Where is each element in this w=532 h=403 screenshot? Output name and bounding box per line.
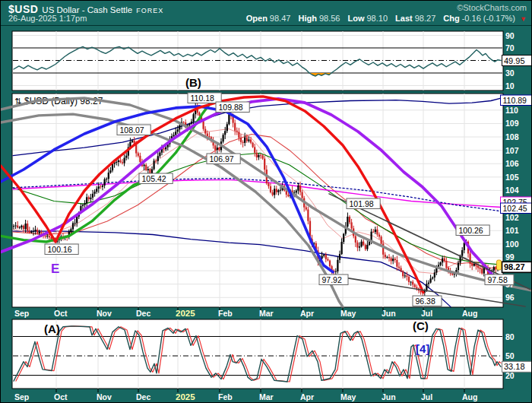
candle-body [188,124,190,125]
price-callout-value: 101.98 [350,199,374,208]
candle-body [236,131,238,132]
candle-body [274,189,275,195]
candle-body [250,140,252,143]
candle-body [262,155,264,158]
candle-body [337,260,338,271]
candle-body [351,222,353,228]
candle-body [223,135,224,141]
y-axis-label: 10 [505,81,515,90]
copyright: ©StockCharts.com [457,3,527,12]
candle-body [131,141,133,142]
candle-body [40,232,42,233]
x-axis-label: Dec [136,392,150,401]
wave-label: (B) [185,76,201,89]
x-axis-label: Nov [97,392,112,401]
candle-body [21,226,22,227]
candle-body [27,224,28,231]
wave-label: (A) [44,322,60,335]
x-axis-label: Mar [259,309,274,318]
candle-body [464,243,465,250]
candle-body [155,160,157,161]
candle-body [112,163,113,170]
candle-body [296,191,297,193]
candle-body [86,197,87,203]
candle-body [335,271,337,272]
x-axis-label: Sep [14,309,29,318]
y-axis-label: 102 [505,213,519,222]
candle-body [23,226,24,230]
price-callout: 97.92 [319,274,348,285]
candle-body [191,122,192,124]
candle-body [254,147,255,152]
y-axis-label: 100 [505,240,519,249]
candle-body [134,141,135,144]
x-axis-strip: SepOctNovDec2025FebMarAprMayJunJulAug [14,307,477,318]
candle-body [104,179,106,186]
candle-body [329,261,331,267]
axis-value: 102.45 [503,204,527,213]
y-axis-label: 104 [505,186,519,195]
price-callout-value: 97.92 [322,275,342,284]
candle-body [372,232,374,233]
candle-body [440,262,442,265]
candle-body [102,186,103,187]
wave-label: [4] [416,342,429,355]
candle-body [356,243,358,248]
candle-body [410,282,412,283]
candle-body [381,236,382,243]
candle-body [147,169,149,170]
price-callout-value: 108.07 [120,125,144,135]
candle-body [252,143,254,148]
candle-body [470,253,471,264]
candle-body [248,140,249,141]
candle-body [376,230,378,235]
candle-body [493,267,495,271]
candle-body [149,169,150,173]
candle-body [224,131,226,135]
candle-body [98,186,100,189]
price-callout-value: 97.58 [488,275,508,284]
y-axis-label: 107 [505,146,519,155]
candle-body [361,242,363,247]
x-axis-label: Jul [421,309,432,318]
candle-body [325,255,327,259]
candle-body [145,165,147,170]
x-axis-label: Apr [300,392,314,401]
price-callout-value: 100.26 [459,226,483,235]
candle-body [480,268,481,268]
price-callout-value: 96.38 [416,297,435,306]
candle-body [268,183,269,186]
candle-body [432,278,433,278]
y-axis-label: 109 [505,119,519,128]
candle-body [242,142,244,143]
candle-body [287,195,289,196]
chg-label: Chg [443,14,459,23]
candle-body [349,217,350,222]
candle-body [258,155,259,157]
candle-body [76,217,78,224]
candle-body [323,255,325,255]
price-callout-value: 106.97 [210,154,234,163]
candle-body [74,223,76,224]
x-axis-label: Jun [382,392,396,401]
candle-body [108,173,109,179]
quote-row: 26-Aug-2025 1:17pm Open98.47 High98.56 L… [8,14,528,24]
y-axis-label: 99 [505,252,515,262]
candle-body [144,165,145,167]
candle-body [72,223,74,229]
candle-body [139,156,141,162]
candle-body [234,123,236,131]
candle-body [408,277,410,282]
candle-body [25,224,27,229]
candle-body [398,267,400,268]
candle-body [183,122,185,123]
axis-value: 110.89 [503,96,527,105]
candle-body [385,255,386,258]
candle-body [401,268,402,271]
price-callout: 108.07 [117,125,150,135]
candle-body [217,148,218,150]
axis-value-box: 102.45 [501,203,532,214]
candle-body [392,259,394,261]
candle-body [96,189,97,192]
candle-body [138,154,139,156]
